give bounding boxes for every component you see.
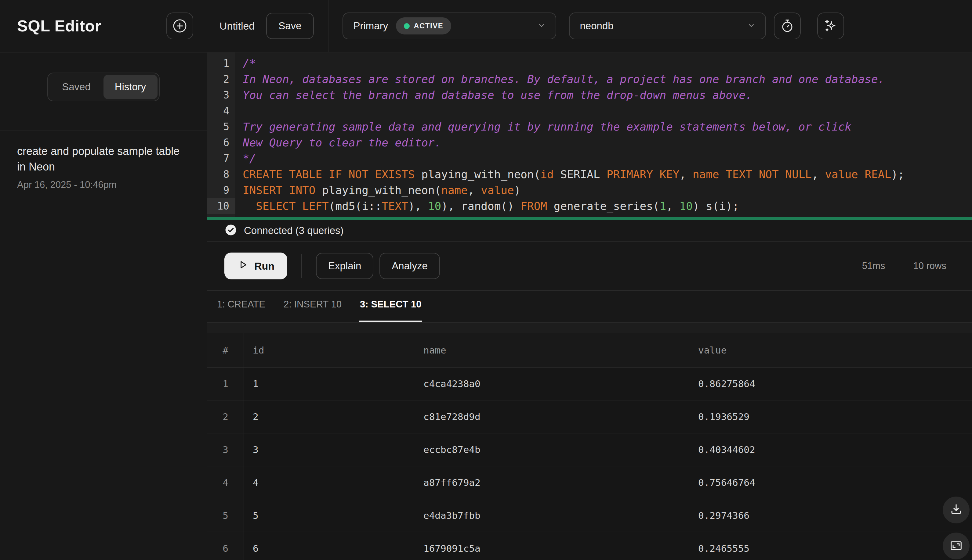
column-header[interactable]: name <box>415 333 689 367</box>
page-title: SQL Editor <box>17 17 101 35</box>
code-token: (md5(i:: <box>329 200 381 212</box>
tab-history[interactable]: History <box>104 75 157 99</box>
code-line[interactable]: */ <box>243 151 972 167</box>
code-token: , <box>812 168 825 180</box>
code-token: SELECT LEFT <box>256 200 328 212</box>
result-tab[interactable]: 2: INSERT 10 <box>274 291 351 322</box>
table-cell: 0.2465555 <box>689 532 972 560</box>
save-button[interactable]: Save <box>266 13 313 39</box>
query-row-count: 10 rows <box>913 260 946 272</box>
main-panel: Untitled Save Primary ACTIVE neondb <box>207 0 972 560</box>
code-token: FROM <box>520 200 547 212</box>
branch-status-label: ACTIVE <box>414 22 443 30</box>
expand-results-button[interactable] <box>943 533 970 559</box>
table-cell: 2 <box>244 400 415 433</box>
sql-editor-app: SQL Editor Saved History create and popu… <box>0 0 972 560</box>
sql-code-editor[interactable]: 12345678910 /*In Neon, databases are sto… <box>207 52 972 220</box>
result-tab[interactable]: 3: SELECT 10 <box>351 291 431 322</box>
analyze-button[interactable]: Analyze <box>380 253 440 279</box>
table-cell: 1 <box>244 367 415 400</box>
table-row[interactable]: 33eccbc87e4b0.40344602 <box>207 433 972 466</box>
code-line[interactable]: /* <box>243 55 972 72</box>
code-token: REAL <box>865 168 891 180</box>
stopwatch-icon <box>780 18 795 33</box>
code-token: SERIAL <box>554 168 607 180</box>
actions-row: Run Explain Analyze 51ms 10 rows <box>207 242 972 291</box>
editor-code[interactable]: /*In Neon, databases are stored on branc… <box>235 52 972 217</box>
table-cell: e4da3b7fbb <box>415 499 689 532</box>
sidebar-tabs-zone: Saved History <box>0 52 207 131</box>
table-row[interactable]: 44a87ff679a20.75646764 <box>207 466 972 499</box>
code-token: ), random() <box>441 200 520 212</box>
code-token: , <box>468 184 481 197</box>
code-token: TEXT NOT NULL <box>726 168 812 180</box>
code-token: INSERT INTO <box>243 184 315 197</box>
line-number: 4 <box>207 103 235 119</box>
code-line[interactable]: You can select the branch and database t… <box>243 87 972 103</box>
code-token: New Query to clear the editor. <box>243 136 441 149</box>
toolbar-divider <box>809 0 809 52</box>
code-line[interactable]: INSERT INTO playing_with_neon(name, valu… <box>243 182 972 198</box>
code-token: id <box>540 168 554 180</box>
table-cell: eccbc87e4b <box>415 433 689 466</box>
code-token: generate_series( <box>547 200 659 212</box>
code-token: ) <box>514 184 521 197</box>
column-header[interactable]: # <box>207 333 244 367</box>
explain-button[interactable]: Explain <box>316 253 373 279</box>
table-cell: 0.2974366 <box>689 499 972 532</box>
code-token: PRIMARY KEY <box>607 168 679 180</box>
database-select[interactable]: neondb <box>569 13 766 39</box>
line-number: 5 <box>207 119 235 135</box>
code-line[interactable]: SELECT LEFT(md5(i::TEXT), 10), random() … <box>243 198 972 214</box>
line-number: 8 <box>207 167 235 182</box>
new-query-button[interactable] <box>166 13 193 39</box>
code-token: CREATE TABLE IF NOT EXISTS <box>243 168 415 180</box>
table-cell: 0.40344602 <box>689 433 972 466</box>
line-number: 6 <box>207 135 235 151</box>
code-token: Try generating sample data and querying … <box>243 120 852 133</box>
history-list-item[interactable]: create and populate sample table in Neon… <box>0 131 207 203</box>
code-token <box>243 200 256 212</box>
branch-select[interactable]: Primary ACTIVE <box>343 13 556 39</box>
table-row[interactable]: 22c81e728d9d0.1936529 <box>207 400 972 433</box>
connection-status-text: Connected (3 queries) <box>244 225 344 237</box>
code-token: , <box>679 168 693 180</box>
table-gap <box>207 323 972 333</box>
run-button-label: Run <box>254 260 274 272</box>
column-header[interactable]: id <box>244 333 415 367</box>
table-cell: 6 <box>207 532 244 560</box>
sidebar-header: SQL Editor <box>0 0 207 52</box>
chevron-down-icon <box>537 20 547 32</box>
table-cell: 4 <box>207 466 244 499</box>
code-line[interactable]: Try generating sample data and querying … <box>243 119 972 135</box>
table-cell: 5 <box>244 499 415 532</box>
editor-gutter: 12345678910 <box>207 52 235 217</box>
code-token: ), <box>408 200 428 212</box>
column-header[interactable]: value <box>689 333 972 367</box>
table-cell: 5 <box>207 499 244 532</box>
table-row[interactable]: 55e4da3b7fbb0.2974366 <box>207 499 972 532</box>
run-button[interactable]: Run <box>224 253 287 279</box>
export-results-button[interactable] <box>943 497 970 523</box>
code-token: value <box>825 168 858 180</box>
tab-saved[interactable]: Saved <box>49 75 104 99</box>
ai-assist-button[interactable] <box>817 13 844 39</box>
query-history-button[interactable] <box>774 13 801 39</box>
code-line[interactable]: New Query to clear the editor. <box>243 135 972 151</box>
result-tab[interactable]: 1: CREATE <box>208 291 274 322</box>
code-token: 1 <box>660 200 666 212</box>
line-number: 2 <box>207 72 235 87</box>
table-cell: 3 <box>207 433 244 466</box>
code-token: ); <box>891 168 904 180</box>
table-row[interactable]: 11c4ca4238a00.86275864 <box>207 367 972 400</box>
chevron-down-icon <box>746 20 756 32</box>
code-line[interactable] <box>243 103 972 119</box>
table-row[interactable]: 661679091c5a0.2465555 <box>207 532 972 560</box>
code-line[interactable]: CREATE TABLE IF NOT EXISTS playing_with_… <box>243 167 972 182</box>
result-tab-label: 3: SELECT 10 <box>360 299 422 310</box>
history-item-title: create and populate sample table in Neon <box>17 143 180 175</box>
code-line[interactable]: In Neon, databases are stored on branche… <box>243 72 972 87</box>
code-token: playing_with_neon( <box>315 184 441 197</box>
query-name[interactable]: Untitled <box>219 20 254 32</box>
code-token: playing_with_neon( <box>415 168 540 180</box>
